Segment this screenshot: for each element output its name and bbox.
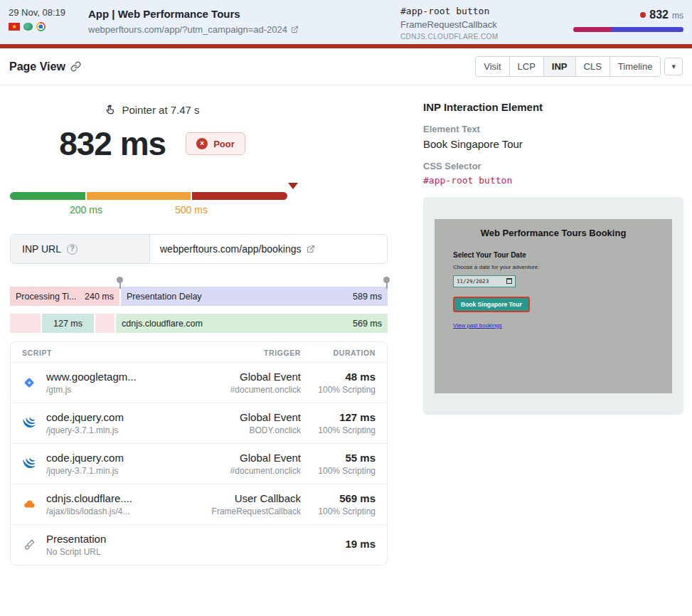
scale-labels: 200 ms 500 ms (10, 204, 388, 218)
script-path: No Script URL (46, 547, 106, 557)
jquery-icon (22, 457, 36, 471)
app-title: App | Web Performance Tours (88, 8, 299, 20)
preview-form-hint: Choose a date for your adventure: (453, 264, 662, 270)
tab-timeline[interactable]: Timeline (610, 57, 661, 76)
view-dropdown-button[interactable]: ▾ (664, 58, 683, 75)
element-text-label: Element Text (423, 124, 683, 134)
pointer-icon (105, 105, 116, 116)
external-link-icon[interactable] (307, 245, 315, 253)
preview-form-title: Select Your Tour Date (453, 251, 662, 259)
calendar-icon (506, 278, 512, 284)
script-name: Presentation (46, 533, 106, 545)
interaction-selector: #app-root button (400, 6, 498, 16)
preview-date-value: 11/29/2023 (457, 278, 489, 285)
script-name: www.googletagm... (46, 371, 137, 383)
preview-page-title: Web Performance Tours Booking (445, 228, 662, 238)
processing-value: 240 ms (85, 292, 114, 302)
script-table-header: SCRIPT TRIGGER DURATION (11, 342, 387, 362)
toolbar: Page View Visit LCP INP CLS Timeline ▾ (0, 48, 692, 85)
trigger-type: Global Event (176, 452, 301, 464)
header-date-block: 29 Nov, 08:19 ★ (9, 7, 65, 31)
element-text-value: Book Singapore Tour (423, 138, 683, 150)
element-screenshot-frame: Web Performance Tours Booking Select You… (423, 197, 683, 415)
interaction-domain: CDNJS.CLOUDFLARE.COM (400, 33, 498, 41)
table-row[interactable]: code.jquery.com /jquery-3.7.1.min.js Glo… (11, 403, 387, 443)
help-icon[interactable]: ? (67, 244, 78, 255)
processing-label: Processing Ti... (16, 292, 76, 302)
table-row[interactable]: code.jquery.com /jquery-3.7.1.min.js Glo… (11, 443, 387, 484)
inp-url-label-cell: INP URL ? (11, 235, 150, 263)
css-selector-label: CSS Selector (423, 161, 683, 171)
phase-mini-bar (573, 27, 683, 32)
pointer-row: Pointer at 7.47 s (10, 104, 294, 116)
trigger-type: Global Event (176, 371, 301, 383)
jquery-attribution-segment: 127 ms (42, 314, 94, 333)
inp-url-value-cell: webperftours.com/app/bookings (150, 235, 387, 263)
trigger-detail: FrameRequestCallback (176, 506, 301, 516)
chrome-icon (36, 22, 46, 31)
table-row[interactable]: Presentation No Script URL 19 ms (11, 524, 387, 565)
duration-value: 127 ms (301, 411, 376, 423)
attribution-gap-segment (10, 314, 41, 333)
table-row[interactable]: www.googletagm... /gtm.js Global Event #… (11, 362, 387, 403)
external-link-icon[interactable] (291, 26, 299, 33)
phase-end-handle[interactable] (383, 277, 390, 283)
presentation-value: 589 ms (353, 292, 382, 302)
interaction-element-panel: INP Interaction Element Element Text Boo… (423, 85, 683, 575)
device-icon (23, 23, 33, 31)
test-config-icons: ★ (9, 22, 65, 31)
panel-heading: INP Interaction Element (423, 101, 683, 113)
inp-url-box: INP URL ? webperftours.com/app/bookings (10, 234, 388, 264)
inp-url-label: INP URL (22, 243, 61, 255)
top-header: 29 Nov, 08:19 ★ App | Web Performance To… (0, 0, 692, 44)
preview-past-bookings-link: View past bookings (453, 322, 502, 329)
tab-lcp[interactable]: LCP (509, 57, 543, 76)
cdnjs-attribution-segment: cdnjs.cloudflare.com 569 ms (116, 314, 388, 333)
inp-metric-row: 832 ms × Poor (10, 124, 294, 163)
pointer-label: Pointer at 7.47 s (122, 104, 199, 116)
vietnam-flag-icon: ★ (9, 23, 20, 31)
page-view-label: Page View (9, 60, 65, 73)
paint-icon (22, 538, 36, 552)
phase-boundary-handle[interactable] (117, 277, 123, 283)
metric-value: 832 (649, 9, 669, 21)
script-path: /ajax/libs/lodash.js/4... (46, 506, 132, 516)
jquery-icon (22, 416, 36, 430)
attribution-gap-segment (95, 314, 115, 333)
script-path: /gtm.js (46, 385, 137, 395)
trigger-type: User Callback (176, 492, 301, 504)
duration-detail: 100% Scripting (301, 466, 376, 476)
header-app-block: App | Web Performance Tours webperftours… (88, 8, 299, 35)
gtm-icon (22, 376, 36, 390)
duration-value: 19 ms (301, 538, 376, 550)
metric-status-dot (640, 12, 646, 18)
duration-value: 48 ms (301, 371, 376, 383)
test-date: 29 Nov, 08:19 (9, 7, 65, 18)
mini-bar-processing-segment (573, 27, 612, 32)
rating-badge: × Poor (186, 132, 245, 155)
preview-date-input: 11/29/2023 (453, 275, 516, 287)
header-duration: DURATION (301, 349, 376, 357)
trigger-detail: #document.onclick (176, 385, 301, 395)
duration-detail: 100% Scripting (301, 385, 376, 395)
phase-bar-row: Processing Ti... 240 ms Presentation Del… (10, 287, 388, 306)
view-switcher: Visit LCP INP CLS Timeline (475, 56, 661, 77)
mini-bar-presentation-segment (612, 27, 683, 32)
tab-inp[interactable]: INP (543, 57, 575, 76)
jquery-attribution-value: 127 ms (53, 319, 82, 329)
tab-cls[interactable]: CLS (575, 57, 610, 76)
rating-label: Poor (213, 139, 235, 149)
tab-visit[interactable]: Visit (476, 57, 509, 76)
interaction-callback: FrameRequestCallback (400, 19, 498, 30)
script-path: /jquery-3.7.1.min.js (46, 466, 124, 476)
phase-slider-handles (10, 277, 388, 287)
table-row[interactable]: cdnjs.cloudflare.... /ajax/libs/lodash.j… (11, 484, 387, 524)
header-interaction-block: #app-root button FrameRequestCallback CD… (400, 6, 498, 41)
scale-good-segment (10, 192, 85, 200)
trigger-type: Global Event (176, 411, 301, 423)
app-url: webperftours.com/app/?utm_campaign=ad-20… (88, 24, 287, 35)
script-name: code.jquery.com (46, 411, 124, 423)
inp-url-value: webperftours.com/app/bookings (160, 243, 301, 255)
link-icon[interactable] (70, 61, 81, 72)
duration-detail: 100% Scripting (301, 506, 376, 516)
